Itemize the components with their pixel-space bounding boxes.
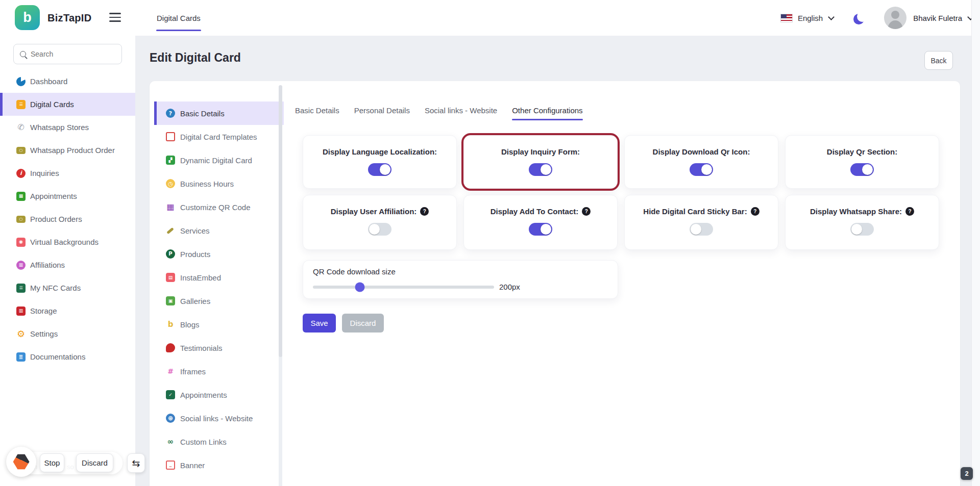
- inner-nav-item-social-links-website[interactable]: Social links - Website: [154, 406, 284, 430]
- sidebar-item-documentations[interactable]: Documentations: [0, 345, 135, 368]
- sidebar-item-my-nfc-cards[interactable]: My NFC Cards: [0, 276, 135, 299]
- inner-nav-label: Custom Links: [180, 438, 227, 446]
- toggle-card-display-whatsapp-share: Display Whatsapp Share: ?: [785, 195, 939, 250]
- sidebar-item-storage[interactable]: Storage: [0, 299, 135, 322]
- help-icon[interactable]: ?: [420, 207, 429, 216]
- toggle-label: Display Add To Contact:: [491, 207, 579, 216]
- sidebar-item-label: Settings: [30, 329, 58, 338]
- tab-basic-details[interactable]: Basic Details: [295, 106, 339, 115]
- toggle-display-language-localization[interactable]: [368, 163, 391, 176]
- help-icon[interactable]: ?: [582, 207, 591, 216]
- inner-nav-item-banner[interactable]: Banner: [154, 453, 284, 477]
- inner-nav-item-custom-links[interactable]: Custom Links: [154, 430, 284, 453]
- extension-logo-button[interactable]: [6, 447, 36, 477]
- language-selector[interactable]: English: [798, 14, 823, 22]
- save-button[interactable]: Save: [303, 314, 336, 332]
- qr-size-slider[interactable]: [313, 286, 494, 289]
- inner-nav-item-dynamic-digital-card[interactable]: Dynamic Digital Card: [154, 148, 284, 172]
- inner-nav-label: Iframes: [180, 367, 206, 376]
- card-section-nav: Basic Details Digital Card Templates Dyn…: [150, 81, 284, 486]
- overlay-stop-button[interactable]: Stop: [40, 453, 64, 472]
- user-name[interactable]: Bhavik Fuletra: [913, 14, 962, 22]
- sidebar-menu: Dashboard Digital Cards Whatsapp Stores …: [0, 70, 135, 368]
- sidebar-item-virtual-backgrounds[interactable]: Virtual Backgrounds: [0, 231, 135, 253]
- chevron-down-icon[interactable]: [828, 14, 835, 20]
- sidebar-item-inquiries[interactable]: Inquiries: [0, 162, 135, 185]
- hamburger-menu-icon[interactable]: [109, 13, 121, 24]
- back-button[interactable]: Back: [924, 51, 953, 70]
- search-input[interactable]: [31, 50, 115, 58]
- sidebar-item-affiliations[interactable]: Affiliations: [0, 253, 135, 276]
- sidebar-item-dashboard[interactable]: Dashboard: [0, 70, 135, 93]
- tab-personal-details[interactable]: Personal Details: [354, 106, 410, 115]
- toggle-display-user-affiliation[interactable]: [368, 223, 391, 236]
- qr-size-value: 200px: [499, 283, 520, 291]
- sidebar-item-appointments[interactable]: Appointments: [0, 185, 135, 208]
- help-icon[interactable]: ?: [905, 207, 914, 216]
- toggle-label: Display Qr Section:: [827, 147, 897, 156]
- page-title: Edit Digital Card: [150, 51, 241, 65]
- sidebar-item-settings[interactable]: Settings: [0, 322, 135, 345]
- discard-button[interactable]: Discard: [342, 314, 384, 332]
- inner-nav-item-appointments[interactable]: Appointments: [154, 383, 284, 406]
- inner-nav-item-iframes[interactable]: Iframes: [154, 360, 284, 383]
- toggle-card-display-user-affiliation: Display User Affiliation: ?: [303, 195, 457, 250]
- gallery-icon: [166, 296, 175, 305]
- wrench-icon: [166, 226, 175, 235]
- inner-nav-item-products[interactable]: Products: [154, 242, 284, 266]
- sidebar-item-label: Documentations: [30, 352, 85, 361]
- inner-nav-item-business-hours[interactable]: Business Hours: [154, 172, 284, 195]
- inner-nav-scrollbar[interactable]: [279, 85, 282, 486]
- inner-nav-item-testimonials[interactable]: Testimonials: [154, 336, 284, 360]
- dynamic-card-icon: [166, 156, 175, 165]
- cash-icon: [16, 216, 26, 223]
- inner-nav-item-blogs[interactable]: Blogs: [154, 313, 284, 336]
- toggle-display-qr-section[interactable]: [850, 163, 874, 176]
- inner-nav-item-instaembed[interactable]: InstaEmbed: [154, 266, 284, 289]
- inner-nav-label: Blogs: [180, 320, 200, 329]
- sidebar-item-label: Product Orders: [30, 215, 82, 223]
- sidebar-item-product-orders[interactable]: Product Orders: [0, 208, 135, 231]
- sidebar-item-whatsapp-product-order[interactable]: Whatsapp Product Order: [0, 139, 135, 162]
- slider-knob[interactable]: [355, 282, 365, 292]
- dark-mode-moon-icon[interactable]: [857, 11, 868, 22]
- toggle-display-inquiry-form[interactable]: [529, 163, 552, 176]
- search-box[interactable]: [13, 44, 122, 64]
- top-tab-digital-cards[interactable]: Digital Cards: [157, 0, 201, 36]
- inner-nav-item-customize-qr-code[interactable]: Customize QR Code: [154, 195, 284, 219]
- toggle-display-download-qr-icon[interactable]: [690, 163, 713, 176]
- inner-nav-label: Digital Card Templates: [180, 133, 257, 141]
- sidebar-item-digital-cards[interactable]: Digital Cards: [0, 93, 135, 116]
- search-icon: [20, 51, 26, 57]
- gear-icon: [16, 329, 26, 339]
- tab-social-links-website[interactable]: Social links - Website: [425, 106, 497, 115]
- badge-icon: [16, 238, 26, 247]
- inner-nav-item-digital-card-templates[interactable]: Digital Card Templates: [154, 125, 284, 148]
- avatar[interactable]: [884, 7, 906, 29]
- inner-nav-item-galleries[interactable]: Galleries: [154, 289, 284, 313]
- toggle-label: Display Whatsapp Share:: [810, 207, 902, 216]
- toggle-hide-digital-card-sticky-bar[interactable]: [690, 223, 713, 236]
- tab-count-badge[interactable]: 2: [961, 467, 973, 480]
- clipboard-icon: [166, 273, 175, 282]
- inner-nav-item-services[interactable]: Services: [154, 219, 284, 242]
- sidebar-item-label: Digital Cards: [30, 100, 74, 109]
- help-icon[interactable]: ?: [751, 207, 760, 216]
- sidebar-item-whatsapp-stores[interactable]: Whatsapp Stores: [0, 116, 135, 139]
- toggle-label: Display Download Qr Icon:: [653, 147, 750, 156]
- whatsapp-icon: [16, 123, 26, 132]
- blog-icon: [166, 321, 175, 328]
- globe-icon: [166, 414, 175, 423]
- inner-nav-label: Services: [180, 226, 210, 235]
- coins-icon: [16, 261, 26, 270]
- toggle-display-whatsapp-share[interactable]: [850, 223, 874, 236]
- extension-overlay: n so Stop Discard ⇆: [0, 440, 153, 486]
- tab-other-configurations[interactable]: Other Configurations: [512, 106, 582, 115]
- page-scrollbar[interactable]: [971, 0, 980, 486]
- toggle-display-add-to-contact[interactable]: [529, 223, 552, 236]
- swap-arrows-button[interactable]: ⇆: [127, 453, 145, 473]
- overlay-discard-button[interactable]: Discard: [76, 453, 113, 472]
- inner-nav-item-basic-details[interactable]: Basic Details: [154, 101, 284, 125]
- cash-icon: [16, 147, 26, 154]
- brand-logo-icon[interactable]: b: [15, 5, 40, 30]
